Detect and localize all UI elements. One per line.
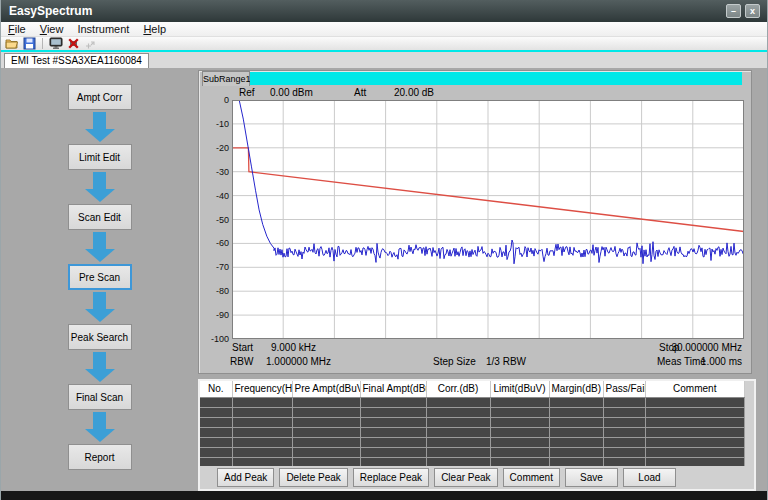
table-cell [232, 397, 292, 407]
table-cell [603, 397, 645, 407]
step-size-label: Step Size [433, 356, 476, 367]
table-cell [200, 397, 232, 407]
menu-help[interactable]: Help [136, 23, 173, 35]
start-value: 9.000 kHz [266, 342, 316, 353]
disconnect-icon[interactable] [67, 37, 80, 50]
table-cell [645, 447, 745, 457]
col-frequency: Frequency(Hz) [232, 381, 292, 397]
peak-action-bar: Add Peak Delete Peak Replace Peak Clear … [200, 466, 754, 488]
arrow-down-icon [85, 232, 115, 262]
table-cell [292, 447, 360, 457]
table-row[interactable] [200, 407, 745, 417]
window-controls: – x [726, 4, 760, 18]
rbw-label: RBW [230, 356, 253, 367]
col-limit: Limit(dBuV) [490, 381, 549, 397]
table-cell [232, 417, 292, 427]
table-cell [426, 447, 490, 457]
load-button[interactable]: Load [623, 468, 676, 487]
table-cell [360, 417, 426, 427]
save-button[interactable]: Save [565, 468, 618, 487]
arrow-down-icon [85, 292, 115, 322]
delete-peak-button[interactable]: Delete Peak [279, 468, 347, 487]
col-corr: Corr.(dB) [426, 381, 490, 397]
start-label: Start [232, 342, 253, 353]
table-row[interactable] [200, 427, 745, 437]
flow-step-ampt-corr[interactable]: Ampt Corr [68, 84, 132, 110]
flow-step-limit-edit[interactable]: Limit Edit [68, 144, 132, 170]
table-cell [360, 407, 426, 417]
table-cell [490, 447, 549, 457]
rbw-value: 1.000000 MHz [266, 356, 316, 367]
arrow-down-icon [85, 412, 115, 442]
monitor-icon[interactable] [49, 37, 63, 50]
table-cell [292, 407, 360, 417]
table-cell [200, 437, 232, 447]
clear-peak-button[interactable]: Clear Peak [434, 468, 497, 487]
table-cell [490, 397, 549, 407]
table-row[interactable] [200, 437, 745, 447]
table-cell [292, 397, 360, 407]
att-label: Att [354, 87, 366, 98]
table-cell [549, 417, 603, 427]
table-cell [426, 437, 490, 447]
y-tick-label: -10 [203, 119, 229, 129]
col-margin: Margin(dB) [549, 381, 603, 397]
menu-view[interactable]: View [33, 23, 71, 35]
workflow-sidebar: Ampt Corr Limit Edit Scan Edit Pre Scan … [1, 68, 198, 491]
table-cell [603, 437, 645, 447]
table-cell [645, 417, 745, 427]
table-cell [200, 417, 232, 427]
table-cell [603, 427, 645, 437]
y-tick-label: -100 [203, 334, 229, 344]
comment-button[interactable]: Comment [503, 468, 560, 487]
table-cell [292, 437, 360, 447]
replace-peak-button[interactable]: Replace Peak [353, 468, 429, 487]
tab-bar: EMI Test #SSA3XEA1160084 [1, 52, 767, 68]
open-file-icon[interactable] [5, 37, 19, 50]
menu-file[interactable]: File [1, 23, 33, 35]
table-cell [603, 447, 645, 457]
table-cell [549, 437, 603, 447]
flow-step-report[interactable]: Report [68, 444, 132, 470]
table-cell [232, 437, 292, 447]
table-cell [490, 407, 549, 417]
add-peak-button[interactable]: Add Peak [217, 468, 274, 487]
y-tick-label: -30 [203, 167, 229, 177]
table-row[interactable] [200, 447, 745, 457]
peak-table-panel: No. Frequency(Hz) Pre Ampt(dBuV) Final A… [198, 379, 756, 491]
toolbar [1, 37, 767, 50]
app-title: EasySpectrum [9, 4, 92, 18]
table-cell [360, 437, 426, 447]
table-cell [360, 427, 426, 437]
table-cell [232, 407, 292, 417]
table-cell [426, 397, 490, 407]
flow-step-pre-scan[interactable]: Pre Scan [68, 264, 132, 290]
flow-step-peak-search[interactable]: Peak Search [68, 324, 132, 350]
meas-time-label: Meas Time [657, 356, 706, 367]
minimize-button[interactable]: – [726, 4, 741, 18]
peak-table: No. Frequency(Hz) Pre Ampt(dBuV) Final A… [200, 381, 745, 468]
menu-instrument[interactable]: Instrument [70, 23, 136, 35]
y-tick-label: -80 [203, 286, 229, 296]
arrow-down-icon [85, 352, 115, 382]
menu-bar: File View Instrument Help [1, 22, 767, 37]
table-cell [645, 427, 745, 437]
peak-table-body [200, 397, 745, 467]
save-icon[interactable] [23, 37, 36, 50]
spectrum-chart-panel: SubRange1 Ref 0.00 dBm Att 20.00 dB 0-10… [198, 70, 752, 374]
table-row[interactable] [200, 417, 745, 427]
table-row[interactable] [200, 397, 745, 407]
window-bottom-edge [1, 491, 767, 500]
flow-step-final-scan[interactable]: Final Scan [68, 384, 132, 410]
flow-step-scan-edit[interactable]: Scan Edit [68, 204, 132, 230]
subrange-tab[interactable]: SubRange1 [202, 71, 250, 86]
table-cell [232, 447, 292, 457]
close-button[interactable]: x [745, 4, 760, 18]
col-no: No. [200, 381, 232, 397]
tab-emi-test[interactable]: EMI Test #SSA3XEA1160084 [4, 53, 149, 68]
table-cell [426, 427, 490, 437]
new-item-icon[interactable] [84, 37, 96, 50]
table-cell [426, 417, 490, 427]
col-pre-ampt: Pre Ampt(dBuV) [292, 381, 360, 397]
col-comment: Comment [645, 381, 745, 397]
